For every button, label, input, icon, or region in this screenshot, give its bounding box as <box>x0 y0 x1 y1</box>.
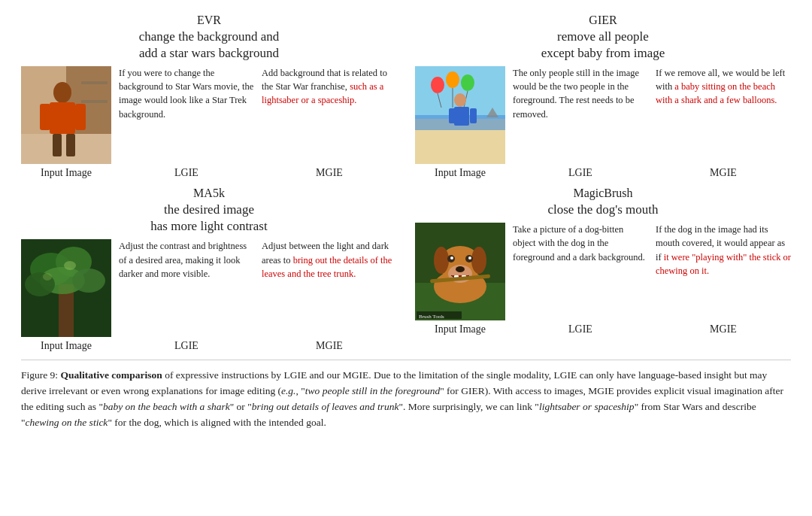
gier-image <box>415 66 505 164</box>
evr-lgie-label: LGIE <box>119 167 254 179</box>
divider <box>21 360 791 360</box>
evr-content: If you were to change the background to … <box>21 66 397 164</box>
evr-image <box>21 66 111 164</box>
gier-mgie-text: If we remove all, we would be left with … <box>656 66 791 107</box>
bottom-row: MA5k the desired imagehas more light con… <box>21 187 791 352</box>
svg-point-48 <box>450 256 453 260</box>
ma5k-dataset-label: MA5k <box>21 187 397 200</box>
panel-magicbrush: MagicBrush close the dog's mouth <box>415 187 791 352</box>
evr-labels: Input Image LGIE MGIE <box>21 167 397 179</box>
ma5k-mgie-text: Adjust between the light and dark areas … <box>262 239 397 280</box>
svg-point-17 <box>461 74 474 91</box>
gier-content: The only people still in the image would… <box>415 66 791 164</box>
gier-mgie-label: MGIE <box>656 167 791 179</box>
svg-rect-24 <box>470 108 477 123</box>
evr-mgie-highlight: such as a lightsaber or a spaceship. <box>262 81 383 105</box>
gier-mgie-highlight: a baby sitting on the beach with a shark… <box>656 81 777 105</box>
magicbrush-content: Brush Tools Take a picture of a dog-bitt… <box>415 223 791 320</box>
magicbrush-mgie-text: If the dog in the image had its mouth co… <box>656 223 791 278</box>
panel-ma5k: MA5k the desired imagehas more light con… <box>21 187 397 352</box>
svg-text:Brush Tools: Brush Tools <box>419 314 444 320</box>
svg-rect-11 <box>81 100 108 103</box>
gier-dataset-label: GIER <box>415 14 791 27</box>
svg-rect-10 <box>81 81 108 84</box>
ma5k-input-label: Input Image <box>21 340 111 352</box>
magicbrush-title: close the dog's mouth <box>415 202 791 218</box>
panel-gier: GIER remove all peopleexcept baby from i… <box>415 14 791 179</box>
svg-rect-5 <box>50 102 75 134</box>
svg-rect-23 <box>449 108 456 123</box>
svg-point-39 <box>434 247 449 274</box>
magicbrush-lgie-text: Take a picture of a dog-bitten object wi… <box>513 223 648 263</box>
panel-evr: EVR change the background andadd a star … <box>21 14 397 179</box>
fig-bold: Qualitative comparison <box>61 369 162 381</box>
ma5k-image <box>21 239 111 337</box>
ma5k-title: the desired imagehas more light contrast <box>21 202 397 235</box>
evr-lgie-text: If you were to change the background to … <box>119 66 254 121</box>
figure-caption: Figure 9: Qualitative comparison of expr… <box>21 368 791 431</box>
evr-input-label: Input Image <box>21 167 111 179</box>
magicbrush-mgie-highlight: it were "playing with" the stick or chew… <box>656 252 791 276</box>
fig-label: Figure 9: <box>21 369 61 381</box>
svg-point-15 <box>431 77 444 93</box>
svg-rect-22 <box>454 107 469 126</box>
svg-point-45 <box>456 266 465 272</box>
ma5k-lgie-label: LGIE <box>119 340 254 352</box>
gier-input-label: Input Image <box>415 167 505 179</box>
magicbrush-mgie-label: MGIE <box>656 323 791 335</box>
ma5k-mgie-highlight: bring out the details of the leaves and … <box>262 255 392 279</box>
svg-rect-9 <box>66 134 75 156</box>
gier-title: remove all peopleexcept baby from image <box>415 29 791 62</box>
svg-point-21 <box>454 93 466 107</box>
top-row: EVR change the background andadd a star … <box>21 14 791 179</box>
evr-title: change the background andadd a star wars… <box>21 29 397 62</box>
gier-labels: Input Image LGIE MGIE <box>415 167 791 179</box>
main-container: EVR change the background andadd a star … <box>21 14 791 431</box>
magicbrush-input-label: Input Image <box>415 323 505 335</box>
svg-point-16 <box>446 71 459 88</box>
svg-rect-7 <box>75 104 86 130</box>
svg-point-33 <box>64 261 76 270</box>
magicbrush-labels: Input Image LGIE MGIE <box>415 323 791 335</box>
svg-point-40 <box>471 247 486 274</box>
svg-point-32 <box>72 269 105 293</box>
magicbrush-lgie-label: LGIE <box>513 323 648 335</box>
evr-mgie-label: MGIE <box>262 167 397 179</box>
magicbrush-image: Brush Tools <box>415 223 505 320</box>
ma5k-content: Adjust the contrast and brightness of a … <box>21 239 397 337</box>
gier-lgie-text: The only people still in the image would… <box>513 66 648 121</box>
magicbrush-dataset-label: MagicBrush <box>415 187 791 200</box>
ma5k-lgie-text: Adjust the contrast and brightness of a … <box>119 239 254 280</box>
ma5k-mgie-label: MGIE <box>262 340 397 352</box>
svg-point-49 <box>468 256 471 260</box>
ma5k-labels: Input Image LGIE MGIE <box>21 340 397 352</box>
evr-dataset-label: EVR <box>21 14 397 27</box>
gier-lgie-label: LGIE <box>513 167 648 179</box>
svg-point-34 <box>43 273 52 281</box>
svg-rect-8 <box>53 134 62 156</box>
svg-point-4 <box>53 82 71 103</box>
svg-rect-6 <box>40 104 50 130</box>
evr-mgie-text: Add background that is related to the St… <box>262 66 397 107</box>
